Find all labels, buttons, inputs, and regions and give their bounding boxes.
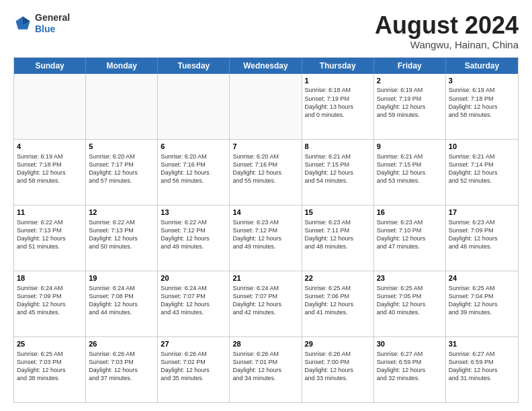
cell-info: Sunrise: 6:24 AM Sunset: 7:07 PM Dayligh… — [161, 284, 226, 317]
day-number: 28 — [232, 339, 298, 349]
weekday-header: Friday — [374, 58, 446, 74]
day-number: 2 — [377, 76, 443, 86]
cell-info: Sunrise: 6:23 AM Sunset: 7:09 PM Dayligh… — [449, 218, 515, 251]
cell-info: Sunrise: 6:19 AM Sunset: 7:18 PM Dayligh… — [449, 86, 515, 119]
day-number: 18 — [17, 273, 83, 283]
day-number: 21 — [232, 273, 298, 283]
cell-info: Sunrise: 6:20 AM Sunset: 7:17 PM Dayligh… — [89, 152, 154, 185]
weekday-header: Tuesday — [158, 58, 230, 74]
calendar-cell: 20Sunrise: 6:24 AM Sunset: 7:07 PM Dayli… — [158, 271, 230, 336]
calendar-cell: 27Sunrise: 6:26 AM Sunset: 7:02 PM Dayli… — [158, 337, 230, 402]
day-number: 14 — [232, 208, 298, 218]
calendar-cell: 29Sunrise: 6:26 AM Sunset: 7:00 PM Dayli… — [302, 337, 374, 402]
day-number: 24 — [449, 273, 515, 283]
day-number: 4 — [17, 142, 83, 152]
day-number: 9 — [377, 142, 443, 152]
calendar-cell: 24Sunrise: 6:25 AM Sunset: 7:04 PM Dayli… — [446, 271, 518, 336]
cell-info: Sunrise: 6:23 AM Sunset: 7:10 PM Dayligh… — [377, 218, 443, 251]
calendar-cell: 26Sunrise: 6:26 AM Sunset: 7:03 PM Dayli… — [86, 337, 158, 402]
calendar-cell: 3Sunrise: 6:19 AM Sunset: 7:18 PM Daylig… — [446, 74, 518, 139]
day-number: 11 — [17, 208, 83, 218]
cell-info: Sunrise: 6:18 AM Sunset: 7:19 PM Dayligh… — [305, 86, 371, 119]
calendar-cell: 23Sunrise: 6:25 AM Sunset: 7:05 PM Dayli… — [374, 271, 446, 336]
weekday-header: Wednesday — [230, 58, 302, 74]
day-number: 27 — [161, 339, 226, 349]
calendar-row: 25Sunrise: 6:25 AM Sunset: 7:03 PM Dayli… — [14, 337, 518, 402]
cell-info: Sunrise: 6:21 AM Sunset: 7:14 PM Dayligh… — [449, 152, 515, 185]
calendar-cell: 6Sunrise: 6:20 AM Sunset: 7:16 PM Daylig… — [158, 140, 230, 205]
calendar-cell: 2Sunrise: 6:19 AM Sunset: 7:19 PM Daylig… — [374, 74, 446, 139]
title-block: August 2024 Wangwu, Hainan, China — [375, 12, 519, 50]
day-number: 1 — [305, 76, 371, 86]
cell-info: Sunrise: 6:22 AM Sunset: 7:13 PM Dayligh… — [89, 218, 154, 251]
calendar-cell — [230, 74, 302, 139]
calendar-cell: 1Sunrise: 6:18 AM Sunset: 7:19 PM Daylig… — [302, 74, 374, 139]
day-number: 13 — [161, 208, 226, 218]
cell-info: Sunrise: 6:20 AM Sunset: 7:16 PM Dayligh… — [232, 152, 298, 185]
cell-info: Sunrise: 6:25 AM Sunset: 7:04 PM Dayligh… — [449, 284, 515, 317]
day-number: 31 — [449, 339, 515, 349]
calendar-header: SundayMondayTuesdayWednesdayThursdayFrid… — [14, 58, 518, 74]
calendar-cell: 31Sunrise: 6:27 AM Sunset: 6:59 PM Dayli… — [446, 337, 518, 402]
calendar-cell: 28Sunrise: 6:26 AM Sunset: 7:01 PM Dayli… — [230, 337, 302, 402]
cell-info: Sunrise: 6:24 AM Sunset: 7:09 PM Dayligh… — [17, 284, 83, 317]
day-number: 6 — [161, 142, 226, 152]
cell-info: Sunrise: 6:25 AM Sunset: 7:03 PM Dayligh… — [17, 350, 83, 383]
calendar-cell: 11Sunrise: 6:22 AM Sunset: 7:13 PM Dayli… — [14, 205, 86, 271]
calendar-cell: 16Sunrise: 6:23 AM Sunset: 7:10 PM Dayli… — [374, 205, 446, 271]
cell-info: Sunrise: 6:22 AM Sunset: 7:13 PM Dayligh… — [17, 218, 83, 251]
logo-icon — [13, 14, 32, 33]
page: General Blue August 2024 Wangwu, Hainan,… — [0, 0, 532, 411]
logo-text: General Blue — [35, 12, 70, 35]
cell-info: Sunrise: 6:27 AM Sunset: 6:59 PM Dayligh… — [449, 350, 515, 383]
day-number: 26 — [89, 339, 154, 349]
cell-info: Sunrise: 6:26 AM Sunset: 7:01 PM Dayligh… — [232, 350, 298, 383]
day-number: 16 — [377, 208, 443, 218]
cell-info: Sunrise: 6:26 AM Sunset: 7:00 PM Dayligh… — [305, 350, 371, 383]
calendar-cell — [14, 74, 86, 139]
calendar-cell — [86, 74, 158, 139]
cell-info: Sunrise: 6:24 AM Sunset: 7:07 PM Dayligh… — [232, 284, 298, 317]
calendar-cell: 17Sunrise: 6:23 AM Sunset: 7:09 PM Dayli… — [446, 205, 518, 271]
logo-general: General — [35, 12, 70, 23]
calendar-body: 1Sunrise: 6:18 AM Sunset: 7:19 PM Daylig… — [14, 74, 518, 402]
day-number: 30 — [377, 339, 443, 349]
cell-info: Sunrise: 6:26 AM Sunset: 7:02 PM Dayligh… — [161, 350, 226, 383]
weekday-header: Monday — [86, 58, 158, 74]
location: Wangwu, Hainan, China — [375, 39, 519, 50]
day-number: 19 — [89, 273, 154, 283]
day-number: 22 — [305, 273, 371, 283]
day-number: 17 — [449, 208, 515, 218]
day-number: 23 — [377, 273, 443, 283]
cell-info: Sunrise: 6:27 AM Sunset: 6:59 PM Dayligh… — [377, 350, 443, 383]
cell-info: Sunrise: 6:19 AM Sunset: 7:19 PM Dayligh… — [377, 86, 443, 119]
month-title: August 2024 — [375, 12, 519, 39]
cell-info: Sunrise: 6:25 AM Sunset: 7:06 PM Dayligh… — [305, 284, 371, 317]
logo: General Blue — [13, 12, 70, 35]
cell-info: Sunrise: 6:26 AM Sunset: 7:03 PM Dayligh… — [89, 350, 154, 383]
day-number: 7 — [232, 142, 298, 152]
day-number: 12 — [89, 208, 154, 218]
calendar-cell: 5Sunrise: 6:20 AM Sunset: 7:17 PM Daylig… — [86, 140, 158, 205]
calendar-cell: 21Sunrise: 6:24 AM Sunset: 7:07 PM Dayli… — [230, 271, 302, 336]
cell-info: Sunrise: 6:23 AM Sunset: 7:11 PM Dayligh… — [305, 218, 371, 251]
calendar-cell — [158, 74, 230, 139]
day-number: 29 — [305, 339, 371, 349]
calendar-cell: 7Sunrise: 6:20 AM Sunset: 7:16 PM Daylig… — [230, 140, 302, 205]
cell-info: Sunrise: 6:21 AM Sunset: 7:15 PM Dayligh… — [377, 152, 443, 185]
calendar-cell: 18Sunrise: 6:24 AM Sunset: 7:09 PM Dayli… — [14, 271, 86, 336]
calendar-cell: 14Sunrise: 6:23 AM Sunset: 7:12 PM Dayli… — [230, 205, 302, 271]
calendar: SundayMondayTuesdayWednesdayThursdayFrid… — [13, 57, 519, 403]
calendar-row: 18Sunrise: 6:24 AM Sunset: 7:09 PM Dayli… — [14, 271, 518, 337]
cell-info: Sunrise: 6:23 AM Sunset: 7:12 PM Dayligh… — [232, 218, 298, 251]
day-number: 20 — [161, 273, 226, 283]
calendar-row: 4Sunrise: 6:19 AM Sunset: 7:18 PM Daylig… — [14, 140, 518, 205]
calendar-cell: 22Sunrise: 6:25 AM Sunset: 7:06 PM Dayli… — [302, 271, 374, 336]
calendar-row: 11Sunrise: 6:22 AM Sunset: 7:13 PM Dayli… — [14, 205, 518, 271]
day-number: 10 — [449, 142, 515, 152]
weekday-header: Sunday — [14, 58, 86, 74]
calendar-cell: 12Sunrise: 6:22 AM Sunset: 7:13 PM Dayli… — [86, 205, 158, 271]
day-number: 3 — [449, 76, 515, 86]
calendar-cell: 10Sunrise: 6:21 AM Sunset: 7:14 PM Dayli… — [446, 140, 518, 205]
calendar-row: 1Sunrise: 6:18 AM Sunset: 7:19 PM Daylig… — [14, 74, 518, 140]
